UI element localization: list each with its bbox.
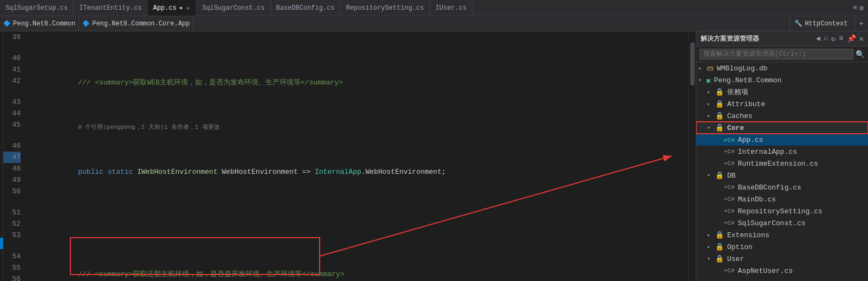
chevron-icon: ▸	[707, 244, 714, 250]
tree-label: WMBlogLog.db	[717, 64, 768, 73]
tab-basedbconfig[interactable]: BaseDBConfig.cs	[271, 0, 341, 16]
se-collapse-icon[interactable]: ≡	[839, 34, 843, 43]
csharp-icon: +C#	[724, 220, 735, 226]
tree-item-aspnetuser[interactable]: +C# AspNetUser.cs	[696, 265, 868, 277]
ln-39r	[3, 43, 21, 53]
tab-sqlsugarsetup[interactable]: SqlSugarSetup.cs	[0, 0, 74, 16]
lock-folder-icon: 🔒	[715, 171, 724, 180]
se-home-icon[interactable]: ⌂	[824, 34, 828, 43]
tree-label: AspNetUser.cs	[738, 267, 793, 275]
tree-item-wmbloglob[interactable]: ▸ 🗃 WMBlogLog.db	[696, 62, 868, 74]
ln-56: 56	[3, 273, 21, 281]
namespace-icon: 🔷	[3, 20, 11, 27]
tree-item-attribute[interactable]: ▸ 🔒 Attribute	[696, 98, 868, 110]
tree-item-internalapp[interactable]: +C# InternalApp.cs	[696, 146, 868, 158]
ln-51: 51	[3, 207, 21, 218]
tab-bar: SqlSugarSetup.cs ITenantEntity.cs App.cs…	[0, 0, 868, 16]
tab-label-iuser: IUser.cs	[436, 4, 467, 12]
tree-item-option[interactable]: ▸ 🔒 Option	[696, 241, 868, 253]
class-icon: 🔷	[82, 20, 90, 27]
se-search-input[interactable]	[699, 49, 853, 60]
line-numbers: 39 40 41 42 43 44 45 46 47 48 49 50	[3, 31, 26, 281]
addr-namespace[interactable]: 🔷 Peng.Net8.Common	[0, 16, 79, 31]
tab-appcs[interactable]: App.cs ● ✕	[147, 0, 197, 16]
tree-item-sqlsugarconst[interactable]: +C# SqlSugarConst.cs	[696, 217, 868, 229]
csharp-icon: +C#	[724, 208, 735, 214]
tree-item-project[interactable]: ▾ ▣ Peng.Net8.Common	[696, 74, 868, 86]
se-back-icon[interactable]: ◀	[816, 34, 820, 43]
tab-pin-icon[interactable]: ⚙	[859, 4, 864, 12]
tree-item-extensions[interactable]: ▸ 🔒 Extensions	[696, 229, 868, 241]
chevron-icon: ▸	[707, 113, 714, 119]
tree-item-user[interactable]: ▾ 🔒 User	[696, 253, 868, 265]
tab-iuser[interactable]: IUser.cs	[430, 0, 473, 16]
gutter-indicator-53	[0, 238, 3, 249]
ln-45: 45	[3, 119, 21, 130]
db-icon: 🗃	[707, 64, 713, 73]
tab-overflow-icon[interactable]: ≡	[853, 4, 857, 12]
csharp-icon: +C#	[724, 160, 735, 167]
tab-label-itenantentity: ITenantEntity.cs	[79, 4, 141, 12]
chevron-icon: ▸	[707, 232, 714, 238]
tree-label: RepositorySetting.cs	[738, 207, 822, 215]
ln-41: 41	[3, 64, 21, 75]
csharp-icon: +C#	[724, 267, 735, 274]
address-bar: 🔷 Peng.Net8.Common 🔷 Peng.Net8.Common.Co…	[0, 16, 868, 31]
tree-item-core[interactable]: ▾ 🔒 Core	[696, 122, 868, 134]
tree-label: Caches	[727, 112, 753, 120]
code-area-wrapper: 39 40 41 42 43 44 45 46 47 48 49 50	[0, 31, 688, 281]
addr-plus-icon[interactable]: +	[857, 19, 866, 28]
tab-itenantentity[interactable]: ITenantEntity.cs	[74, 0, 147, 16]
chevron-icon: ▸	[707, 101, 714, 107]
tree-item-basedbconfig[interactable]: +C# BaseDBConfig.cs	[696, 181, 868, 193]
tab-repositorysetting[interactable]: RepositorySetting.cs	[341, 0, 430, 16]
tree-label: RuntimeExtension.cs	[738, 160, 818, 168]
tab-close-appcs[interactable]: ✕	[185, 4, 191, 12]
csharp-icon: +C#	[724, 148, 735, 155]
csharp-icon: +C#	[724, 196, 735, 202]
ln-52: 52	[3, 218, 21, 230]
tab-sqlsugarconst[interactable]: SqlSugarConst.cs	[197, 0, 270, 16]
ln-54: 54	[3, 251, 21, 262]
tree-label: Core	[727, 124, 744, 132]
code-line-41	[29, 212, 688, 223]
tree-item-runtimeextension[interactable]: +C# RuntimeExtension.cs	[696, 158, 868, 169]
addr-class[interactable]: 🔷 Peng.Net8.Common.Core.App	[79, 16, 193, 31]
gutter	[0, 31, 3, 281]
chevron-icon: ▾	[698, 77, 705, 83]
ln-42: 42	[3, 75, 21, 87]
tree-item-repositorysetting[interactable]: +C# RepositorySetting.cs	[696, 205, 868, 217]
search-icon: 🔍	[856, 50, 865, 59]
addr-namespace-label: Peng.Net8.Common	[13, 20, 75, 28]
code-content: 39 40 41 42 43 44 45 46 47 48 49 50	[3, 31, 688, 281]
ln-50r	[3, 197, 21, 207]
tree-item-deps[interactable]: ▸ 🔒 依赖项	[696, 86, 868, 98]
tab-label-basedbconfig: BaseDBConfig.cs	[276, 4, 335, 12]
code-line-40: public static IWebHostEnvironment WebHos…	[29, 166, 688, 178]
chevron-icon: ▸	[707, 89, 714, 95]
code-lines-content[interactable]: /// <summary>获取WEB主机环境，如，是否为发布环境、生产环境等</…	[26, 31, 688, 281]
scrollbar-thumb[interactable]	[690, 42, 695, 86]
tab-modified-icon: ●	[179, 5, 183, 11]
ln-47: 47	[3, 152, 21, 163]
tree-item-appcs[interactable]: ✔C# App.cs	[696, 134, 868, 146]
tab-label-repositorysetting: RepositorySetting.cs	[346, 4, 424, 12]
project-icon: ▣	[707, 77, 710, 84]
lock-folder-icon: 🔒	[715, 254, 724, 263]
tree-label: Peng.Net8.Common	[714, 76, 782, 84]
chevron-icon: ▾	[707, 256, 714, 262]
chevron-icon: ▸	[698, 65, 705, 71]
tree-label: App.cs	[738, 136, 763, 144]
editor-scrollbar[interactable]	[688, 31, 696, 281]
ln-39: 39	[3, 31, 21, 43]
se-refresh-icon[interactable]: ↻	[831, 34, 835, 43]
tree-item-caches[interactable]: ▸ 🔒 Caches	[696, 110, 868, 122]
tree-item-db[interactable]: ▾ 🔒 DB	[696, 169, 868, 181]
se-close-icon[interactable]: ✕	[859, 34, 864, 43]
se-title: 解决方案资源管理器	[701, 34, 759, 43]
ln-45r	[3, 130, 21, 140]
tree-item-maindb[interactable]: +C# MainDb.cs	[696, 193, 868, 205]
ref-line-39: 0 个引用|pengpeng，2 天前|1 名作者，1 项更改	[29, 122, 688, 132]
addr-member[interactable]: 🔧 HttpContext	[789, 16, 852, 31]
se-pin-icon[interactable]: 📌	[847, 34, 856, 43]
